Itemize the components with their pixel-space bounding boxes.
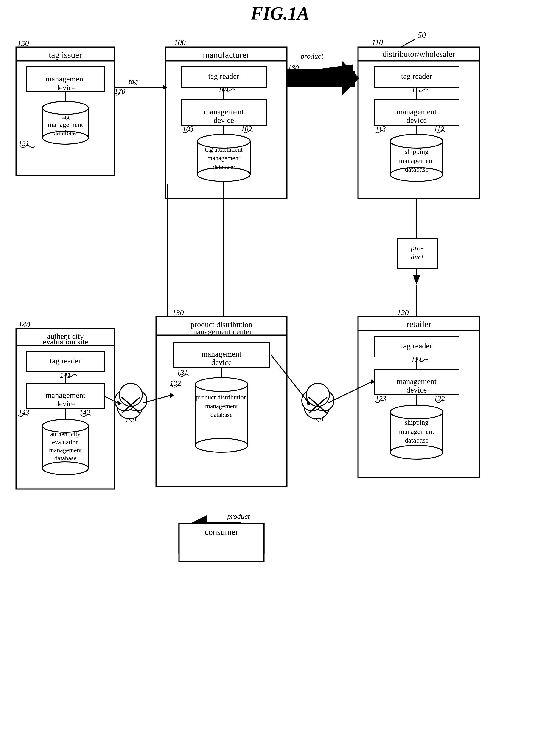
svg-line-161	[271, 355, 309, 403]
svg-point-94	[195, 378, 248, 392]
svg-rect-23	[181, 67, 266, 87]
svg-text:130: 130	[172, 308, 184, 317]
svg-line-2	[393, 39, 415, 52]
svg-text:management: management	[49, 446, 82, 454]
svg-rect-7	[26, 67, 104, 92]
svg-text:103: 103	[182, 125, 193, 133]
svg-rect-170	[179, 523, 264, 561]
svg-rect-27	[181, 100, 266, 125]
svg-text:product distribution: product distribution	[190, 320, 252, 329]
svg-rect-3	[16, 47, 115, 176]
svg-text:151: 151	[18, 139, 29, 147]
svg-point-54	[390, 134, 443, 148]
svg-text:authenticity: authenticity	[50, 431, 81, 438]
svg-text:tag attachment: tag attachment	[205, 146, 242, 153]
svg-text:121: 121	[411, 356, 422, 364]
svg-point-14	[42, 131, 88, 144]
svg-text:management: management	[204, 107, 244, 116]
svg-text:100: 100	[174, 38, 186, 47]
svg-text:tag: tag	[128, 77, 138, 85]
svg-text:device: device	[55, 83, 76, 92]
svg-text:evaluation site: evaluation site	[43, 337, 88, 346]
svg-line-147	[122, 397, 140, 413]
svg-text:141: 141	[60, 371, 71, 379]
svg-text:111: 111	[412, 85, 421, 94]
svg-text:143: 143	[18, 408, 29, 416]
svg-point-116	[390, 405, 443, 419]
svg-text:120: 120	[397, 308, 409, 317]
svg-text:shipping: shipping	[405, 148, 428, 155]
svg-text:device: device	[55, 400, 76, 408]
svg-text:management: management	[207, 154, 240, 161]
svg-point-57	[390, 168, 443, 181]
svg-text:product: product	[227, 512, 250, 520]
svg-text:shipping: shipping	[405, 418, 428, 426]
svg-text:131: 131	[177, 368, 188, 376]
svg-text:consumer: consumer	[204, 529, 238, 538]
svg-rect-110	[374, 370, 459, 395]
svg-text:110: 110	[372, 38, 383, 47]
svg-rect-102	[358, 317, 480, 478]
svg-rect-48	[374, 100, 459, 125]
svg-rect-123	[179, 523, 264, 553]
svg-text:tag reader: tag reader	[209, 72, 239, 80]
svg-text:management: management	[201, 349, 241, 358]
svg-point-97	[195, 439, 248, 452]
svg-text:product: product	[300, 52, 323, 60]
svg-point-150	[304, 394, 329, 419]
svg-text:102: 102	[241, 125, 252, 133]
svg-rect-84	[156, 317, 287, 487]
diagram-container: FIG.1A 50 tag issuer 150 management devi…	[0, 0, 560, 744]
svg-rect-40	[358, 47, 480, 198]
svg-text:management: management	[45, 391, 85, 400]
svg-marker-165	[190, 515, 241, 531]
svg-text:101: 101	[218, 85, 229, 94]
svg-marker-160	[170, 393, 175, 398]
svg-text:pro-: pro-	[410, 244, 423, 252]
svg-marker-133	[287, 61, 359, 95]
svg-point-119	[390, 445, 443, 459]
svg-arrows: FIG.1A 50 tag issuer 150 management devi…	[0, 0, 560, 744]
svg-line-157	[104, 396, 117, 403]
svg-text:160: 160	[203, 553, 215, 562]
svg-text:device: device	[214, 116, 234, 124]
svg-text:management: management	[48, 121, 83, 128]
svg-text:tag reader: tag reader	[50, 357, 81, 365]
svg-text:tag reader: tag reader	[401, 72, 433, 80]
svg-line-148	[122, 397, 140, 413]
svg-text:device: device	[406, 116, 427, 124]
svg-marker-128	[163, 85, 167, 89]
svg-text:142: 142	[79, 408, 90, 416]
svg-point-151	[313, 390, 334, 411]
svg-text:authenticity: authenticity	[47, 332, 84, 340]
svg-text:management: management	[205, 402, 238, 410]
svg-point-11	[42, 102, 88, 114]
svg-text:evaluation: evaluation	[52, 439, 79, 446]
svg-rect-89	[173, 342, 270, 367]
svg-text:management: management	[45, 75, 85, 83]
svg-rect-61	[16, 328, 115, 489]
svg-line-155	[309, 397, 327, 413]
svg-text:duct: duct	[411, 253, 423, 261]
svg-line-159	[143, 395, 172, 403]
svg-text:180: 180	[288, 64, 299, 72]
svg-text:product distribution: product distribution	[196, 394, 247, 401]
svg-text:190: 190	[312, 416, 323, 424]
svg-point-33	[197, 134, 250, 148]
svg-text:112: 112	[434, 125, 444, 133]
svg-text:database: database	[405, 436, 428, 444]
svg-point-144	[126, 390, 147, 411]
svg-marker-140	[413, 275, 420, 285]
svg-text:123: 123	[375, 395, 386, 403]
svg-text:tag issuer: tag issuer	[49, 50, 82, 60]
svg-line-163	[328, 381, 373, 403]
svg-text:132: 132	[170, 379, 181, 387]
svg-text:database: database	[213, 163, 235, 170]
svg-text:management: management	[397, 377, 437, 386]
svg-text:management: management	[399, 428, 434, 435]
svg-text:management center: management center	[191, 327, 252, 336]
svg-text:consumer: consumer	[204, 527, 238, 537]
svg-text:170: 170	[114, 87, 125, 95]
svg-text:database: database	[405, 165, 428, 173]
svg-text:manufacturer: manufacturer	[203, 50, 250, 60]
